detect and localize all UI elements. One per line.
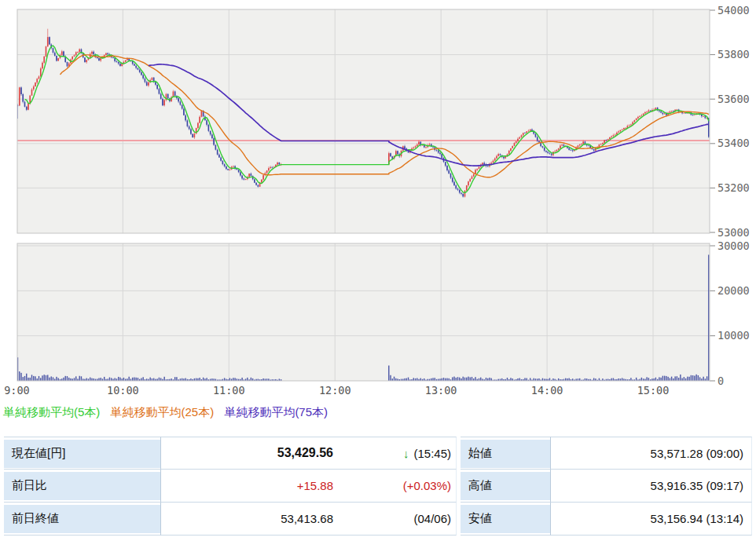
change-percent: (+0.03%): [333, 479, 456, 492]
prev-close-date: (04/06): [333, 512, 456, 525]
svg-text:10000: 10000: [717, 329, 750, 342]
svg-text:30000: 30000: [717, 239, 750, 252]
change-label: 前日比: [4, 470, 161, 503]
stock-chart-panel: 5400053800536005340053200530003000020000…: [0, 0, 756, 541]
high-value: 53,916.35 (09:17): [551, 479, 751, 492]
open-label: 始値: [461, 437, 551, 470]
price-volume-chart: 5400053800536005340053200530003000020000…: [0, 0, 756, 402]
svg-text:15:00: 15:00: [637, 384, 670, 397]
quote-table-left: 現在値[円] 53,429.56 ↓(15:45) 前日比 +15.88 (+0…: [4, 437, 457, 536]
svg-text:53200: 53200: [717, 181, 750, 194]
current-price-value: 53,429.56: [161, 446, 333, 460]
open-cell: 53,571.28 (09:00): [551, 437, 752, 470]
ma-legend: 単純移動平均(5本) 単純移動平均(25本) 単純移動平均(75本): [3, 405, 335, 420]
svg-text:53000: 53000: [717, 226, 750, 239]
legend-ma25-label: 単純移動平均(25本): [111, 405, 215, 419]
low-cell: 53,156.94 (13:14): [551, 503, 752, 536]
open-value: 53,571.28 (09:00): [551, 447, 751, 460]
svg-text:12:00: 12:00: [319, 384, 351, 397]
svg-text:10:00: 10:00: [107, 384, 139, 397]
current-price-label: 現在値[円]: [4, 437, 161, 470]
high-cell: 53,916.35 (09:17): [551, 470, 752, 503]
prev-close-label: 前日終値: [4, 503, 161, 536]
change-value: +15.88: [161, 479, 333, 492]
svg-text:13:00: 13:00: [425, 384, 457, 397]
high-label: 高値: [461, 470, 551, 503]
current-price-time: (15:45): [413, 447, 451, 460]
svg-text:53600: 53600: [717, 93, 750, 105]
svg-text:11:00: 11:00: [213, 384, 245, 397]
prev-close-value: 53,413.68: [161, 512, 333, 525]
svg-text:0: 0: [717, 375, 724, 387]
low-label: 安値: [461, 503, 551, 536]
change-cell: +15.88 (+0.03%): [161, 470, 457, 503]
svg-text:14:00: 14:00: [531, 384, 563, 397]
quote-table: 現在値[円] 53,429.56 ↓(15:45) 前日比 +15.88 (+0…: [4, 437, 752, 536]
low-value: 53,156.94 (13:14): [551, 512, 751, 525]
svg-text:53800: 53800: [717, 48, 750, 60]
legend-ma5-label: 単純移動平均(5本): [3, 405, 100, 419]
svg-text:54000: 54000: [717, 4, 750, 16]
svg-text:20000: 20000: [717, 284, 750, 297]
down-arrow-icon: ↓: [403, 447, 409, 460]
legend-ma75-label: 単純移動平均(75本): [224, 405, 328, 419]
quote-table-right: 始値 53,571.28 (09:00) 高値 53,916.35 (09:17…: [461, 437, 752, 536]
current-price-cell: 53,429.56 ↓(15:45): [161, 437, 457, 470]
svg-text:53400: 53400: [717, 137, 750, 149]
svg-text:9:00: 9:00: [4, 384, 30, 397]
prev-close-cell: 53,413.68 (04/06): [161, 503, 457, 536]
